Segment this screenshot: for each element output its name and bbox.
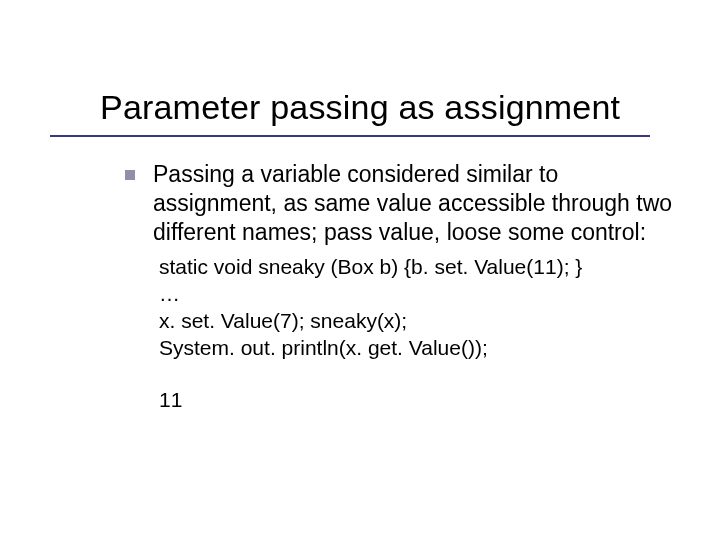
slide: Parameter passing as assignment Passing … (0, 0, 720, 540)
output-value: 11 (159, 388, 685, 412)
code-block: static void sneaky (Box b) {b. set. Valu… (159, 254, 685, 362)
code-line: x. set. Value(7); sneaky(x); (159, 308, 685, 335)
square-bullet-icon (125, 170, 135, 180)
code-line: static void sneaky (Box b) {b. set. Valu… (159, 254, 685, 281)
title-underline (50, 135, 650, 137)
slide-title: Parameter passing as assignment (100, 88, 620, 127)
bullet-item: Passing a variable considered similar to… (125, 160, 685, 246)
code-line: … (159, 281, 685, 308)
code-line: System. out. println(x. get. Value()); (159, 335, 685, 362)
slide-body: Passing a variable considered similar to… (125, 160, 685, 412)
body-paragraph: Passing a variable considered similar to… (153, 160, 685, 246)
